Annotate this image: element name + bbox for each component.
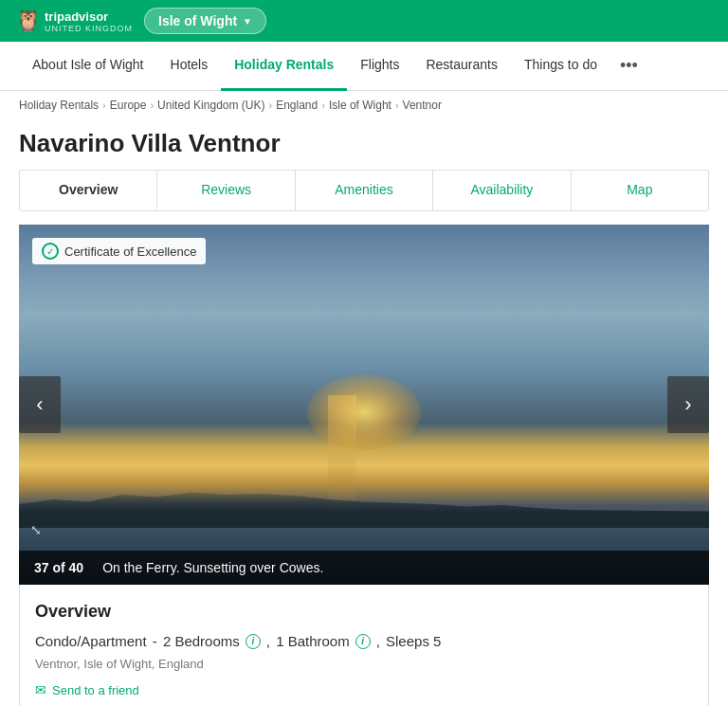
location-button[interactable]: Isle of Wight ▼	[144, 8, 266, 34]
nav-more-button[interactable]: •••	[610, 42, 647, 91]
send-to-friend-link[interactable]: ✉ Send to a friend	[35, 682, 693, 697]
breadcrumb-sep-4: ›	[321, 100, 325, 111]
breadcrumb-sep-3: ›	[268, 100, 272, 111]
bedrooms-label: 2 Bedrooms	[163, 633, 240, 649]
breadcrumb-europe[interactable]: Europe	[110, 99, 147, 112]
image-gallery: ✓ Certificate of Excellence ‹ › ⤡ 37 of …	[19, 225, 709, 585]
location-label: Isle of Wight	[158, 13, 237, 28]
property-type: Condo/Apartment	[35, 633, 147, 649]
logo-text: tripadvisor	[45, 9, 108, 24]
bathrooms-label: 1 Bathroom	[276, 633, 350, 649]
owl-icon: 🦉	[15, 9, 41, 33]
overview-title: Overview	[35, 602, 693, 622]
cert-icon: ✓	[42, 243, 59, 260]
comma-separator-2: ,	[376, 633, 384, 649]
breadcrumb-sep-1: ›	[102, 100, 106, 111]
bathrooms-info-icon[interactable]: i	[355, 634, 371, 649]
top-bar: 🦉 tripadvisor UNITED KINGDOM Isle of Wig…	[0, 0, 728, 42]
breadcrumb-holiday-rentals[interactable]: Holiday Rentals	[19, 99, 99, 112]
sun-glow	[307, 374, 421, 450]
nav-item-flights[interactable]: Flights	[347, 42, 412, 91]
image-prev-button[interactable]: ‹	[19, 376, 61, 433]
bedrooms-info-icon[interactable]: i	[246, 634, 261, 649]
tripadvisor-logo: 🦉 tripadvisor UNITED KINGDOM	[15, 9, 133, 33]
breadcrumb-england[interactable]: England	[276, 99, 318, 112]
main-image	[19, 225, 709, 585]
tabs-container: Overview Reviews Amenities Availability …	[19, 170, 709, 211]
overview-section: Overview Condo/Apartment - 2 Bedrooms i …	[19, 585, 709, 706]
nav-item-about[interactable]: About Isle of Wight	[19, 42, 157, 91]
page-title: Navarino Villa Ventnor	[0, 119, 728, 170]
image-next-button[interactable]: ›	[667, 376, 709, 433]
image-counter: 37 of 40	[34, 560, 83, 575]
nav-bar: About Isle of Wight Hotels Holiday Renta…	[0, 42, 728, 91]
land-silhouette	[19, 485, 709, 533]
breadcrumb-current: Ventnor	[403, 99, 442, 112]
nav-item-things-to-do[interactable]: Things to do	[511, 42, 610, 91]
logo-sub: UNITED KINGDOM	[45, 24, 133, 33]
breadcrumb-sep-2: ›	[150, 100, 154, 111]
email-icon: ✉	[35, 682, 46, 697]
nav-item-restaurants[interactable]: Restaurants	[412, 42, 510, 91]
expand-icon[interactable]: ⤡	[30, 522, 42, 537]
nav-item-hotels[interactable]: Hotels	[157, 42, 222, 91]
cert-label: Certificate of Excellence	[64, 244, 196, 259]
send-friend-label: Send to a friend	[52, 683, 139, 697]
breadcrumb-isle-of-wight[interactable]: Isle of Wight	[329, 99, 391, 112]
nav-item-holiday-rentals[interactable]: Holiday Rentals	[221, 42, 347, 91]
sleeps-label: Sleeps 5	[386, 633, 441, 649]
certificate-badge: ✓ Certificate of Excellence	[32, 238, 206, 264]
image-caption-text: On the Ferry. Sunsetting over Cowes.	[102, 560, 323, 575]
dash-separator-1: -	[149, 633, 161, 649]
breadcrumb-sep-5: ›	[395, 100, 399, 111]
tab-map[interactable]: Map	[572, 171, 708, 210]
breadcrumb: Holiday Rentals › Europe › United Kingdo…	[0, 91, 728, 119]
tab-overview[interactable]: Overview	[20, 171, 157, 210]
location-text: Ventnor, Isle of Wight, England	[35, 657, 693, 671]
tab-availability[interactable]: Availability	[433, 171, 571, 210]
comma-separator: ,	[266, 633, 274, 649]
property-details: Condo/Apartment - 2 Bedrooms i , 1 Bathr…	[35, 633, 693, 649]
image-caption-bar: 37 of 40 On the Ferry. Sunsetting over C…	[19, 551, 709, 585]
breadcrumb-uk[interactable]: United Kingdom (UK)	[157, 99, 264, 112]
tab-reviews[interactable]: Reviews	[157, 171, 295, 210]
tab-amenities[interactable]: Amenities	[296, 171, 433, 210]
caret-icon: ▼	[243, 16, 252, 27]
